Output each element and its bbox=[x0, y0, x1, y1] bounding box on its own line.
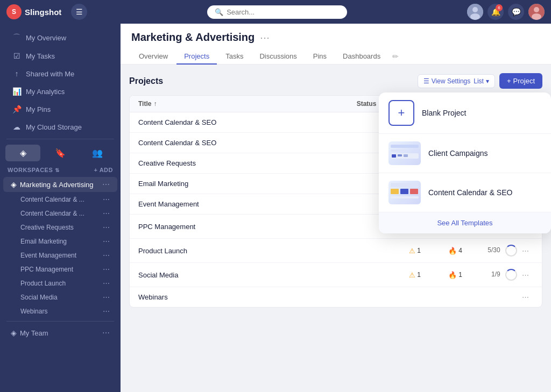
sub-item-more-icon[interactable]: ⋯ bbox=[103, 265, 110, 273]
svg-rect-15 bbox=[410, 189, 418, 194]
sub-item-more-icon[interactable]: ⋯ bbox=[103, 293, 110, 301]
thumb-img bbox=[388, 141, 421, 165]
dropdown-item-blank[interactable]: + Blank Project bbox=[379, 92, 551, 134]
sub-item-more-icon[interactable]: ⋯ bbox=[103, 209, 110, 217]
sub-item-3[interactable]: Email Marketing ⋯ bbox=[3, 234, 117, 248]
content-area: Marketing & Advertising ⋯ Overview Proje… bbox=[121, 24, 551, 392]
svg-rect-6 bbox=[391, 145, 419, 148]
sub-item-label: Content Calendar & ... bbox=[20, 196, 84, 203]
sidebar-item-tasks[interactable]: ☑ My Tasks bbox=[3, 47, 117, 65]
workspace-marketing[interactable]: ◈ Marketing & Advertising ⋯ bbox=[3, 177, 117, 192]
workspace-name: Marketing & Advertising bbox=[20, 181, 94, 189]
user-avatar-right[interactable] bbox=[528, 4, 545, 20]
team-more-icon[interactable]: ⋯ bbox=[102, 329, 110, 337]
sub-item-5[interactable]: PPC Management ⋯ bbox=[3, 262, 117, 276]
workspaces-label: Workspaces bbox=[8, 167, 53, 173]
row-more-btn[interactable]: ⋯ bbox=[517, 293, 533, 301]
sub-item-more-icon[interactable]: ⋯ bbox=[103, 279, 110, 287]
row-title[interactable]: PPC Management bbox=[138, 223, 340, 231]
row-more-btn[interactable]: ⋯ bbox=[517, 247, 533, 255]
see-all-templates-btn[interactable]: See All Templates bbox=[379, 212, 551, 233]
col-title-header: Title ↑ bbox=[138, 100, 340, 108]
tab-discussions[interactable]: Discussions bbox=[252, 49, 304, 65]
row-fire: 🔥 1 bbox=[436, 271, 474, 279]
workspaces-header: Workspaces ⇅ + Add bbox=[0, 163, 121, 176]
fire-icon: 🔥 bbox=[448, 271, 457, 279]
tab-bookmarks[interactable]: 🔖 bbox=[43, 145, 77, 161]
sidebar-item-team[interactable]: ◈ My Team ⋯ bbox=[3, 325, 117, 341]
team-icon: ◈ bbox=[11, 329, 17, 337]
sub-item-more-icon[interactable]: ⋯ bbox=[103, 195, 110, 203]
hamburger-btn[interactable]: ☰ bbox=[71, 4, 87, 20]
dropdown-item-client-campaigns[interactable]: Client Campaigns bbox=[379, 134, 551, 173]
workspace-more-icon[interactable]: ⋯ bbox=[102, 180, 110, 189]
sidebar-item-shared[interactable]: ↑ Shared with Me bbox=[3, 65, 117, 82]
notifications-btn[interactable]: 🔔 6 bbox=[488, 4, 504, 20]
main-layout: ⌒ My Overview ☑ My Tasks ↑ Shared with M… bbox=[0, 24, 551, 392]
tab-pins[interactable]: Pins bbox=[306, 49, 334, 65]
analytics-icon: 📊 bbox=[12, 87, 22, 96]
logo[interactable]: S Slingshot bbox=[6, 4, 61, 19]
sidebar-item-overview[interactable]: ⌒ My Overview bbox=[3, 28, 117, 47]
sort-icon[interactable]: ⇅ bbox=[55, 167, 60, 173]
sub-item-0[interactable]: Content Calendar & ... ⋯ bbox=[3, 193, 117, 206]
sidebar-item-cloud[interactable]: ☁ My Cloud Storage bbox=[3, 118, 117, 136]
sub-item-4[interactable]: Event Management ⋯ bbox=[3, 248, 117, 262]
search-icon: 🔍 bbox=[215, 8, 223, 16]
content-header: Marketing & Advertising ⋯ Overview Proje… bbox=[121, 24, 551, 65]
row-title[interactable]: Event Management bbox=[138, 200, 340, 208]
sidebar-item-analytics[interactable]: 📊 My Analytics bbox=[3, 83, 117, 100]
row-flags: ⚠ 1 bbox=[393, 271, 436, 279]
content-calendar-label: Content Calendar & SEO bbox=[428, 188, 512, 197]
sub-item-1[interactable]: Content Calendar & ... ⋯ bbox=[3, 206, 117, 220]
user-avatar-left[interactable] bbox=[467, 4, 483, 20]
tab-people[interactable]: 👥 bbox=[80, 145, 115, 161]
sidebar-item-pins[interactable]: 📌 My Pins bbox=[3, 101, 117, 118]
svg-point-1 bbox=[472, 7, 478, 12]
sub-item-more-icon[interactable]: ⋯ bbox=[103, 223, 110, 231]
messages-btn[interactable]: 💬 bbox=[508, 4, 524, 20]
tabs-edit-icon[interactable]: ✏ bbox=[392, 52, 399, 61]
sub-item-more-icon[interactable]: ⋯ bbox=[103, 251, 110, 259]
dropdown-item-content-calendar[interactable]: Content Calendar & SEO bbox=[379, 173, 551, 212]
view-settings-btn[interactable]: ☰ View Settings List ▾ bbox=[418, 74, 495, 88]
sub-item-more-icon[interactable]: ⋯ bbox=[103, 237, 110, 245]
tasks-icon: ☑ bbox=[12, 52, 22, 60]
row-title[interactable]: Product Launch bbox=[138, 247, 340, 255]
tab-overview[interactable]: Overview bbox=[131, 49, 175, 65]
sub-item-7[interactable]: Social Media ⋯ bbox=[3, 290, 117, 304]
row-title[interactable]: Webinars bbox=[138, 293, 340, 301]
notification-badge: 6 bbox=[496, 4, 503, 11]
row-title[interactable]: Creative Requests bbox=[138, 159, 340, 167]
blank-project-label: Blank Project bbox=[422, 109, 466, 117]
svg-rect-12 bbox=[391, 183, 419, 187]
sub-item-more-icon[interactable]: ⋯ bbox=[103, 307, 110, 315]
row-title[interactable]: Content Calendar & SEO bbox=[138, 139, 340, 147]
fire-badge: 🔥 4 bbox=[448, 247, 462, 255]
shared-icon: ↑ bbox=[12, 69, 22, 78]
progress-text: 5/30 bbox=[488, 246, 500, 254]
sub-item-2[interactable]: Creative Requests ⋯ bbox=[3, 220, 117, 234]
content-tabs: Overview Projects Tasks Discussions Pins… bbox=[131, 49, 540, 64]
title-more-icon[interactable]: ⋯ bbox=[260, 32, 270, 44]
row-more-btn[interactable]: ⋯ bbox=[517, 271, 533, 279]
search-box[interactable]: 🔍 bbox=[207, 5, 347, 19]
tab-dashboards[interactable]: Dashboards bbox=[335, 49, 388, 65]
warning-icon: ⚠ bbox=[409, 271, 415, 279]
tab-workspaces[interactable]: ◈ bbox=[5, 145, 40, 161]
sub-item-8[interactable]: Webinars ⋯ bbox=[3, 304, 117, 318]
tab-projects[interactable]: Projects bbox=[176, 49, 217, 65]
row-title[interactable]: Social Media bbox=[138, 271, 340, 279]
overview-icon: ⌒ bbox=[12, 33, 22, 42]
add-project-btn[interactable]: + Project bbox=[499, 73, 542, 89]
add-workspace-btn[interactable]: + Add bbox=[94, 167, 113, 173]
search-input[interactable] bbox=[227, 8, 340, 16]
row-flags: ⚠ 1 bbox=[393, 247, 436, 255]
add-workspace-label: + Add bbox=[94, 167, 113, 173]
tab-tasks[interactable]: Tasks bbox=[218, 49, 251, 65]
row-title[interactable]: Content Calendar & SEO bbox=[138, 118, 340, 126]
row-title[interactable]: Email Marketing bbox=[138, 180, 340, 188]
sub-item-6[interactable]: Product Launch ⋯ bbox=[3, 276, 117, 290]
svg-rect-10 bbox=[398, 154, 402, 156]
view-mode-label: List bbox=[474, 77, 484, 85]
